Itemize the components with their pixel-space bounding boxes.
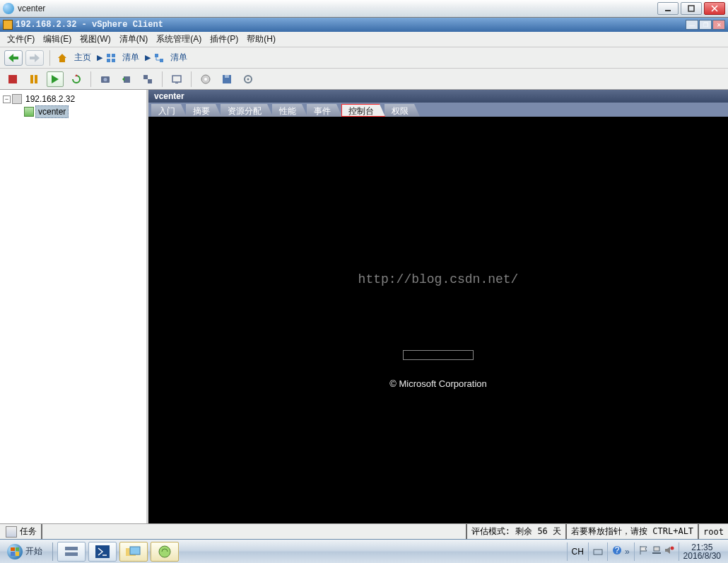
logged-in-user: root (698, 524, 728, 539)
tray-volume-icon[interactable] (664, 545, 674, 557)
inner-minimize-button[interactable]: — (686, 20, 698, 30)
tray-chevron-icon[interactable]: » (625, 547, 630, 557)
taskbar-server-manager-button[interactable] (57, 542, 86, 562)
settings-button[interactable] (240, 71, 257, 87)
svg-text:?: ? (615, 545, 620, 555)
floppy-connect-button[interactable] (218, 71, 235, 87)
menu-plugins[interactable]: 插件(P) (207, 32, 241, 47)
home-icon[interactable] (56, 52, 69, 64)
menu-inventory[interactable]: 清单(N) (117, 32, 151, 47)
tab-events[interactable]: 事件 (307, 104, 342, 117)
taskbar-vsphere-button[interactable] (151, 542, 179, 562)
svg-rect-28 (130, 547, 140, 555)
menu-admin[interactable]: 系统管理(A) (153, 32, 204, 47)
outer-close-button[interactable] (704, 2, 725, 15)
console-button[interactable] (168, 71, 185, 87)
svg-rect-5 (112, 59, 115, 62)
menu-help[interactable]: 帮助(H) (244, 32, 278, 47)
tasks-label[interactable]: 任务 (20, 526, 41, 538)
outer-maximize-button[interactable] (681, 2, 702, 15)
menu-view[interactable]: 视图(W) (77, 32, 113, 47)
tray-clock[interactable]: 21:35 2016/8/30 (679, 542, 725, 561)
breadcrumb-home[interactable]: 主页 (71, 52, 94, 64)
tray-flag-icon[interactable] (639, 545, 649, 557)
revert-snapshot-button[interactable] (118, 71, 135, 87)
svg-rect-10 (35, 75, 37, 83)
nav-forward-button[interactable] (25, 50, 44, 66)
svg-point-12 (104, 78, 107, 81)
vm-icon (24, 107, 34, 117)
start-button[interactable]: 开始 (0, 540, 49, 563)
navigation-toolbar: 主页 ▶ 清单 ▶ 清单 (0, 47, 728, 69)
outer-minimize-button[interactable] (657, 2, 679, 15)
chevron-right-icon: ▶ (145, 53, 151, 62)
content-pane: vcenter 入门 摘要 资源分配 性能 事件 控制台 权限 http://b… (148, 90, 728, 523)
start-label: 开始 (25, 545, 42, 557)
toolbar-separator (162, 71, 163, 87)
vsphere-globe-icon (3, 3, 14, 14)
svg-rect-21 (225, 75, 229, 78)
svg-rect-13 (124, 76, 130, 83)
language-indicator[interactable]: CH (567, 542, 588, 561)
svg-rect-3 (112, 54, 115, 57)
toolbar-separator (191, 71, 192, 87)
pause-button[interactable] (25, 71, 42, 87)
boot-progress-bar (403, 350, 474, 360)
svg-point-29 (159, 546, 170, 557)
tray-keyboard-icon[interactable] (588, 542, 607, 561)
inner-window-title: 192.168.2.32 - vSphere Client (16, 20, 686, 30)
app-status-bar: 任务 评估模式: 剩余 56 天 若要释放指针，请按 CTRL+ALT root (0, 523, 728, 539)
copyright-text: © Microsoft Corporation (389, 378, 486, 389)
inventory-tree-pane: − 192.168.2.32 vcenter (0, 90, 148, 523)
tree-collapse-icon[interactable]: − (3, 95, 11, 103)
nav-back-button[interactable] (4, 50, 23, 66)
snapshot-manager-button[interactable] (139, 71, 156, 87)
windows-logo-icon (7, 544, 23, 559)
tree-vm-label: vcenter (35, 105, 69, 118)
tray-help-icon[interactable]: ? (612, 545, 622, 557)
cd-connect-button[interactable] (197, 71, 214, 87)
tab-permissions[interactable]: 权限 (384, 104, 420, 117)
vm-console-view[interactable]: http://blog.csdn.net/ © Microsoft Corpor… (148, 117, 728, 523)
tree-vm-row[interactable]: vcenter (3, 105, 143, 118)
taskbar-powershell-button[interactable] (88, 542, 117, 562)
outer-window-title: vcenter (18, 4, 657, 13)
inner-window-titlebar: 192.168.2.32 - vSphere Client — ❐ ✕ (0, 18, 728, 32)
watermark-text: http://blog.csdn.net/ (358, 272, 519, 286)
tab-resource-allocation[interactable]: 资源分配 (221, 104, 273, 117)
reset-button[interactable] (68, 71, 85, 87)
system-tray: CH ? » 21:35 2016/8/30 (567, 540, 728, 563)
breadcrumb-inventory-1[interactable]: 清单 (119, 52, 142, 64)
play-button[interactable] (47, 71, 64, 87)
menu-file[interactable]: 文件(F) (4, 32, 37, 47)
tab-summary[interactable]: 摘要 (186, 104, 221, 117)
toolbar-separator (49, 50, 50, 66)
tray-network-icon[interactable] (652, 545, 662, 557)
tab-performance[interactable]: 性能 (272, 104, 307, 117)
tab-console[interactable]: 控制台 (341, 104, 385, 117)
windows-taskbar: 开始 CH ? » 21:35 2016/8/30 (0, 539, 728, 563)
vsphere-client-icon (3, 20, 13, 30)
tree-host-label: 192.168.2.32 (23, 93, 77, 105)
svg-rect-34 (652, 552, 661, 554)
tasks-icon[interactable] (6, 526, 17, 538)
clock-time: 21:35 (683, 543, 721, 552)
svg-rect-30 (594, 550, 602, 555)
svg-rect-33 (654, 547, 659, 551)
outer-window-titlebar: vcenter (0, 0, 728, 18)
menu-bar: 文件(F) 编辑(E) 视图(W) 清单(N) 系统管理(A) 插件(P) 帮助… (0, 32, 728, 47)
snapshot-button[interactable] (97, 71, 114, 87)
svg-rect-1 (688, 6, 694, 11)
inner-close-button[interactable]: ✕ (712, 20, 725, 30)
svg-rect-6 (155, 54, 158, 57)
inner-restore-button[interactable]: ❐ (699, 20, 712, 30)
taskbar-explorer-button[interactable] (119, 542, 148, 562)
menu-edit[interactable]: 编辑(E) (40, 32, 74, 47)
breadcrumb-inventory-2[interactable]: 清单 (168, 52, 190, 64)
stop-button[interactable] (4, 71, 21, 87)
tab-getting-started[interactable]: 入门 (151, 104, 187, 117)
inventory-tree-icon (153, 52, 165, 64)
svg-point-35 (670, 547, 674, 550)
svg-rect-16 (172, 76, 181, 82)
tree-host-row[interactable]: − 192.168.2.32 (3, 93, 143, 105)
